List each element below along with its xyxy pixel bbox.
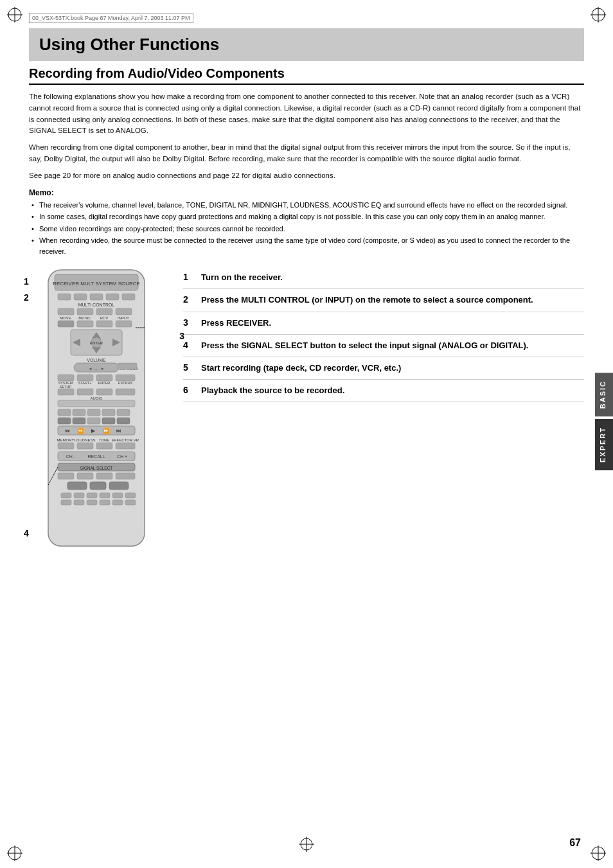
step-item-4: 4 Press the SIGNAL SELECT button to sele… bbox=[183, 335, 584, 357]
svg-rect-102 bbox=[125, 493, 136, 498]
svg-rect-69 bbox=[117, 418, 130, 424]
svg-text:⏮: ⏮ bbox=[65, 428, 70, 434]
svg-rect-24 bbox=[116, 308, 132, 315]
svg-rect-18 bbox=[106, 294, 119, 300]
svg-rect-108 bbox=[125, 500, 136, 505]
memo-item-1: The receiver's volume, channel level, ba… bbox=[29, 200, 584, 211]
svg-rect-65 bbox=[58, 418, 71, 424]
step-number-2: 2 bbox=[183, 294, 196, 305]
svg-text:VOLUME: VOLUME bbox=[87, 358, 106, 362]
remote-step-label-2: 2 bbox=[24, 292, 29, 303]
svg-text:AUDIO: AUDIO bbox=[90, 396, 102, 400]
side-tabs: BASIC EXPERT bbox=[595, 373, 613, 470]
svg-text:RECEIVER    MULT    SYSTEM    : RECEIVER MULT SYSTEM SOURCE bbox=[53, 281, 140, 287]
svg-rect-64 bbox=[117, 409, 130, 416]
svg-rect-47 bbox=[96, 375, 112, 381]
main-content: 00_VSX-53TX.book Page 67 Monday, April 7… bbox=[29, 0, 584, 551]
svg-text:RCV: RCV bbox=[100, 316, 109, 320]
svg-rect-90 bbox=[58, 473, 74, 479]
svg-rect-55 bbox=[77, 389, 93, 395]
svg-rect-59 bbox=[58, 400, 135, 407]
memo-item-4: When recording video, the source must be… bbox=[29, 235, 584, 256]
section-title: Recording from Audio/Video Components bbox=[29, 66, 584, 85]
step-item-5: 5 Start recording (tape deck, CD recorde… bbox=[183, 357, 584, 380]
body-paragraph-3: See page 20 for more on analog audio con… bbox=[29, 170, 584, 182]
svg-rect-81 bbox=[77, 443, 93, 449]
step-text-5: Start recording (tape deck, CD recorder,… bbox=[201, 362, 401, 374]
svg-text:INPUT: INPUT bbox=[118, 316, 129, 320]
svg-rect-104 bbox=[74, 500, 84, 505]
step-item-6: 6 Playback the source to be recorded. bbox=[183, 380, 584, 402]
svg-text:MUSIC: MUSIC bbox=[78, 316, 91, 320]
svg-text:START+: START+ bbox=[78, 381, 92, 385]
filepath: 00_VSX-53TX.book Page 67 Monday, April 7… bbox=[29, 13, 193, 23]
svg-text:⏭: ⏭ bbox=[116, 428, 121, 434]
svg-rect-97 bbox=[61, 493, 71, 498]
svg-rect-105 bbox=[87, 500, 97, 505]
svg-text:MOVE: MOVE bbox=[60, 316, 71, 320]
svg-text:ENTER: ENTER bbox=[90, 341, 103, 345]
svg-text:CH -: CH - bbox=[66, 454, 76, 459]
corner-mark-tr bbox=[589, 5, 608, 24]
svg-rect-23 bbox=[96, 308, 112, 315]
svg-text:LOUDNESS: LOUDNESS bbox=[74, 438, 95, 442]
memo-item-3: Some video recordings are copy-protected… bbox=[29, 224, 584, 235]
page-number: 67 bbox=[569, 837, 581, 849]
svg-text:SIGNAL SELECT: SIGNAL SELECT bbox=[80, 466, 113, 470]
remote-illustration: RECEIVER MULT SYSTEM SOURCE MULTI CONTRO… bbox=[35, 267, 157, 549]
page-container: BASIC EXPERT 00_VSX-53TX.book Page 67 Mo… bbox=[0, 0, 613, 868]
svg-rect-82 bbox=[96, 443, 112, 449]
svg-rect-80 bbox=[58, 443, 74, 449]
svg-rect-48 bbox=[116, 375, 135, 381]
steps-list: 1 Turn on the receiver. 2 Press the MULT… bbox=[183, 267, 584, 551]
svg-text:⏪: ⏪ bbox=[77, 427, 84, 434]
svg-rect-96 bbox=[109, 482, 129, 490]
svg-rect-95 bbox=[90, 482, 106, 490]
svg-rect-45 bbox=[58, 375, 74, 381]
svg-rect-29 bbox=[58, 321, 74, 327]
svg-rect-66 bbox=[73, 418, 85, 424]
svg-rect-32 bbox=[116, 321, 132, 327]
svg-rect-98 bbox=[74, 493, 84, 498]
svg-text:◄ ── ►: ◄ ── ► bbox=[88, 366, 105, 371]
svg-rect-67 bbox=[87, 418, 100, 424]
svg-rect-15 bbox=[58, 294, 71, 300]
memo-list: The receiver's volume, channel level, ba… bbox=[29, 200, 584, 257]
remote-step-label-4: 4 bbox=[24, 528, 29, 538]
step-number-3: 3 bbox=[183, 317, 196, 328]
memo-item-2: In some cases, digital recordings have c… bbox=[29, 211, 584, 222]
svg-text:▶: ▶ bbox=[91, 428, 96, 434]
svg-rect-92 bbox=[96, 473, 112, 479]
svg-rect-91 bbox=[77, 473, 93, 479]
step-text-2: Press the MULTI CONTROL (or INPUT) on th… bbox=[201, 294, 533, 306]
svg-rect-57 bbox=[116, 389, 135, 395]
svg-rect-94 bbox=[67, 482, 87, 490]
body-paragraph-1: The following explanations show you how … bbox=[29, 91, 584, 137]
svg-rect-54 bbox=[58, 389, 74, 395]
svg-text:TONE: TONE bbox=[99, 438, 110, 442]
svg-rect-100 bbox=[100, 493, 110, 498]
steps-layout: 1 2 3 4 RECEIVER MULT SYSTEM SOURCE bbox=[29, 267, 584, 551]
corner-mark-br bbox=[589, 844, 608, 863]
svg-text:EXTRAS: EXTRAS bbox=[118, 381, 132, 385]
svg-rect-63 bbox=[102, 409, 115, 416]
svg-rect-21 bbox=[58, 308, 74, 315]
svg-text:RECALL: RECALL bbox=[87, 454, 105, 459]
step-text-1: Turn on the receiver. bbox=[201, 272, 283, 283]
svg-rect-101 bbox=[112, 493, 123, 498]
tab-expert: EXPERT bbox=[595, 419, 613, 470]
step-item-1: 1 Turn on the receiver. bbox=[183, 267, 584, 289]
svg-text:ENTER: ENTER bbox=[98, 381, 111, 385]
svg-rect-99 bbox=[87, 493, 97, 498]
remote-step-label-3: 3 bbox=[179, 331, 184, 341]
svg-rect-56 bbox=[96, 389, 112, 395]
svg-rect-46 bbox=[77, 375, 93, 381]
svg-rect-44 bbox=[118, 363, 137, 369]
memo-title: Memo: bbox=[29, 188, 584, 197]
svg-rect-19 bbox=[122, 294, 135, 300]
chapter-title: Using Other Functions bbox=[39, 35, 574, 55]
bottom-center-mark bbox=[298, 835, 315, 855]
svg-rect-93 bbox=[116, 473, 135, 479]
step-number-6: 6 bbox=[183, 385, 196, 395]
chapter-title-box: Using Other Functions bbox=[29, 28, 584, 61]
